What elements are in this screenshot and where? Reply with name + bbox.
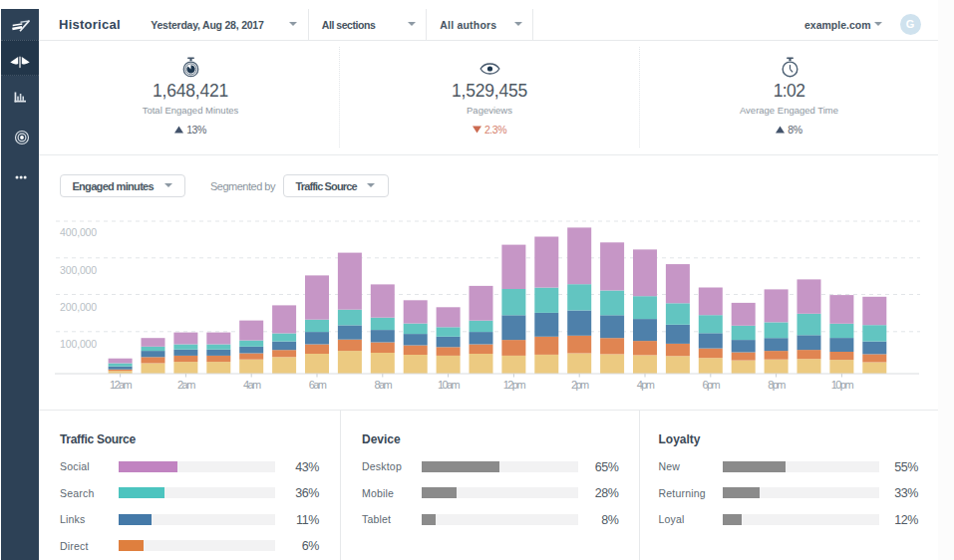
svg-text:10pm: 10pm <box>831 379 854 391</box>
svg-text:12pm: 12pm <box>503 379 526 391</box>
svg-text:4am: 4am <box>243 379 261 391</box>
svg-text:8pm: 8pm <box>768 379 786 391</box>
svg-text:2am: 2am <box>177 379 195 391</box>
svg-text:8am: 8am <box>374 379 392 391</box>
svg-text:300,000: 300,000 <box>60 264 97 276</box>
svg-text:6pm: 6pm <box>702 379 720 391</box>
svg-text:10am: 10am <box>438 379 461 391</box>
svg-text:6am: 6am <box>309 379 327 391</box>
svg-text:200,000: 200,000 <box>60 301 97 313</box>
svg-text:2pm: 2pm <box>571 379 589 391</box>
svg-text:100,000: 100,000 <box>60 338 97 350</box>
svg-text:4pm: 4pm <box>637 379 655 391</box>
svg-text:12am: 12am <box>110 379 133 391</box>
svg-text:400,000: 400,000 <box>60 226 97 238</box>
